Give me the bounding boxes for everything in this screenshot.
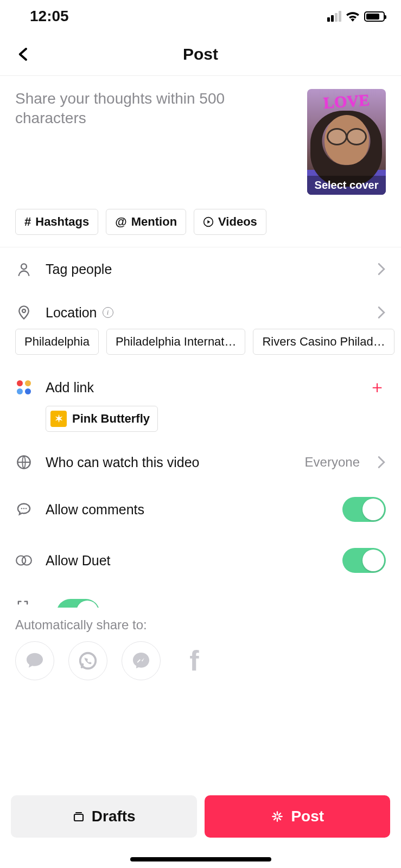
- drafts-icon: [72, 810, 85, 823]
- video-thumbnail[interactable]: LOVE Select cover: [307, 89, 386, 195]
- drafts-button[interactable]: Drafts: [11, 795, 197, 838]
- wifi-icon: [346, 11, 360, 22]
- cellular-icon: [327, 11, 341, 22]
- share-facebook-button[interactable]: f: [175, 641, 214, 680]
- tag-people-label: Tag people: [46, 261, 364, 277]
- comment-icon: [15, 501, 33, 518]
- allow-duet-label: Allow Duet: [46, 553, 329, 569]
- svg-point-1: [21, 264, 27, 269]
- share-whatsapp-button[interactable]: [68, 641, 107, 680]
- location-row[interactable]: Locationi: [0, 291, 401, 329]
- videos-chip-label: Videos: [218, 215, 257, 229]
- privacy-value: Everyone: [305, 455, 360, 470]
- allow-comments-label: Allow comments: [46, 502, 329, 518]
- svg-point-8: [22, 556, 31, 565]
- apps-dots-icon: [15, 379, 33, 396]
- privacy-label: Who can watch this video: [46, 455, 292, 470]
- privacy-row[interactable]: Who can watch this video Everyone: [0, 438, 401, 484]
- hashtags-chip[interactable]: #Hashtags: [15, 209, 98, 235]
- caption-placeholder: Share your thoughts within 500 character…: [15, 89, 297, 129]
- home-indicator: [130, 857, 271, 861]
- videos-chip[interactable]: Videos: [194, 209, 266, 235]
- bottom-bar: Drafts Post: [0, 786, 401, 868]
- plus-icon[interactable]: ＋: [368, 375, 386, 399]
- svg-point-6: [26, 508, 27, 509]
- link-effect-label: Pink Butterfly: [72, 412, 150, 426]
- location-chip[interactable]: Philadelphia: [15, 329, 99, 355]
- share-section: Automatically share to: f: [0, 611, 401, 680]
- svg-point-2: [22, 309, 26, 312]
- back-button[interactable]: [15, 46, 31, 62]
- allow-duet-row: Allow Duet: [0, 535, 401, 586]
- page-title: Post: [183, 45, 218, 63]
- svg-rect-10: [74, 814, 83, 821]
- select-cover-label: Select cover: [307, 176, 386, 195]
- battery-icon: [364, 11, 385, 22]
- add-link-label: Add link: [46, 380, 355, 395]
- at-icon: @: [115, 215, 126, 229]
- content-scroll[interactable]: Share your thoughts within 500 character…: [0, 76, 401, 868]
- person-icon: [15, 260, 33, 278]
- sparkle-icon: ✶: [50, 411, 67, 427]
- duet-icon: [15, 552, 33, 569]
- status-indicators: [327, 11, 385, 22]
- drafts-label: Drafts: [92, 808, 136, 825]
- post-sparkle-icon: [270, 809, 284, 824]
- facebook-icon: f: [189, 647, 199, 675]
- nav-header: Post: [0, 33, 401, 76]
- status-bar: 12:05: [0, 0, 401, 33]
- chevron-right-icon: [377, 456, 386, 469]
- post-label: Post: [291, 808, 324, 825]
- compose-area: Share your thoughts within 500 character…: [0, 76, 401, 201]
- post-button[interactable]: Post: [205, 795, 391, 838]
- svg-point-5: [23, 508, 24, 509]
- allow-stitch-row: [0, 586, 401, 608]
- globe-icon: [15, 454, 33, 471]
- mention-chip[interactable]: @Mention: [106, 209, 186, 235]
- clock: 12:05: [30, 8, 69, 25]
- link-effect-pill[interactable]: ✶ Pink Butterfly: [46, 406, 158, 432]
- location-chip[interactable]: Philadelphia Internat…: [106, 329, 246, 355]
- mention-chip-label: Mention: [131, 215, 177, 229]
- chevron-right-icon: [377, 306, 386, 319]
- stitch-icon: [15, 599, 30, 608]
- share-messenger-button[interactable]: [122, 641, 161, 680]
- tag-people-row[interactable]: Tag people: [0, 247, 401, 291]
- svg-point-4: [21, 508, 22, 509]
- location-suggestions[interactable]: Philadelphia Philadelphia Internat… Rive…: [0, 329, 401, 360]
- allow-stitch-toggle[interactable]: [56, 599, 100, 608]
- hashtags-chip-label: Hashtags: [35, 215, 89, 229]
- info-icon[interactable]: i: [103, 307, 113, 318]
- chevron-right-icon: [377, 263, 386, 276]
- hash-icon: #: [24, 215, 31, 229]
- caption-input[interactable]: Share your thoughts within 500 character…: [15, 89, 297, 195]
- compose-chips: #Hashtags @Mention Videos: [0, 201, 401, 247]
- location-label: Locationi: [46, 305, 364, 321]
- add-link-row[interactable]: Add link ＋: [0, 360, 401, 404]
- share-label: Automatically share to:: [15, 617, 386, 633]
- share-sms-button[interactable]: [15, 641, 54, 680]
- allow-duet-toggle[interactable]: [342, 548, 386, 573]
- allow-comments-row: Allow comments: [0, 484, 401, 535]
- allow-comments-toggle[interactable]: [342, 497, 386, 522]
- location-chip[interactable]: Rivers Casino Philad…: [253, 329, 394, 355]
- play-circle-icon: [203, 216, 214, 227]
- location-pin-icon: [15, 304, 33, 321]
